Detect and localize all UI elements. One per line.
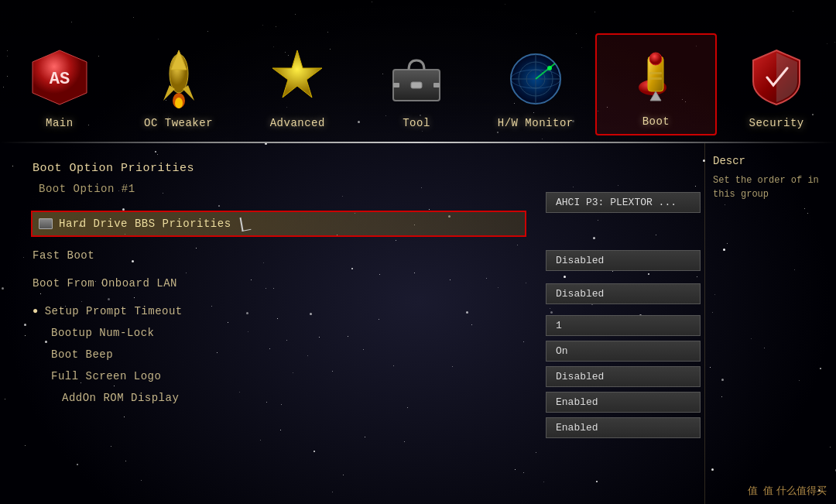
- menu-item-full-screen-logo[interactable]: Full Screen Logo: [31, 367, 526, 386]
- nav-item-boot[interactable]: Boot: [595, 33, 718, 135]
- value-bootup-num-lock: On: [546, 341, 701, 362]
- value-fast-boot: Disabled: [546, 250, 701, 271]
- watermark-text: 值 什么值得买: [763, 485, 827, 496]
- nav-label-boot: Boot: [642, 115, 670, 128]
- menu-item-fast-boot[interactable]: Fast Boot: [31, 246, 526, 265]
- value-box-boot-beep: Disabled: [546, 366, 701, 387]
- advanced-icon: [262, 43, 332, 112]
- nav-label-hw-monitor: H/W Monitor: [498, 117, 574, 129]
- desc-title: Descr: [713, 155, 828, 167]
- nav-label-oc-tweaker: OC Tweaker: [144, 117, 213, 129]
- menu-item-boot-from-lan[interactable]: Boot From Onboard LAN: [31, 274, 526, 293]
- nav-item-main[interactable]: AS Main: [0, 36, 119, 135]
- values-column: AHCI P3: PLEXTOR ... Disabled Disabled 1: [542, 143, 704, 504]
- value-box-boot-option-1: AHCI P3: PLEXTOR ...: [546, 192, 701, 213]
- value-boot-beep: Disabled: [546, 366, 701, 387]
- svg-rect-26: [649, 77, 662, 80]
- value-setup-prompt-timeout: 1: [546, 315, 701, 336]
- svg-rect-25: [649, 72, 662, 74]
- svg-point-23: [649, 53, 662, 65]
- nav-item-oc-tweaker[interactable]: OC Tweaker: [119, 36, 238, 135]
- watermark-icon: 值: [748, 485, 758, 496]
- value-addon-rom-display: Enabled: [546, 417, 701, 438]
- menu-item-hard-drive-bbs[interactable]: Hard Drive BBS Priorities: [31, 211, 526, 237]
- svg-marker-8: [272, 50, 322, 98]
- content-area: Boot Option Priorities Boot Option #1 Ha…: [0, 143, 836, 504]
- svg-point-7: [175, 98, 183, 108]
- value-box-setup-prompt-timeout: 1: [546, 315, 701, 336]
- nav-item-hw-monitor[interactable]: H/W Monitor: [476, 36, 595, 135]
- svg-rect-10: [411, 82, 422, 88]
- hdd-icon: [39, 218, 53, 229]
- menu-item-boot-option-priorities: Boot Option Priorities: [31, 159, 526, 178]
- desc-text: Set the order of in this group: [713, 173, 828, 201]
- main-icon: AS: [25, 43, 94, 112]
- bullet-icon: ●: [33, 306, 39, 317]
- value-boot-from-lan: Disabled: [546, 283, 701, 304]
- svg-text:AS: AS: [50, 70, 70, 89]
- nav-label-advanced: Advanced: [270, 117, 325, 129]
- menu-item-setup-prompt-timeout[interactable]: ● Setup Prompt Timeout: [31, 302, 526, 321]
- nav-label-tool: Tool: [403, 117, 430, 129]
- menu-item-boot-beep[interactable]: Boot Beep: [31, 345, 526, 364]
- svg-point-19: [547, 66, 552, 70]
- hw-monitor-icon: [501, 43, 570, 112]
- nav-item-tool[interactable]: Tool: [357, 36, 476, 135]
- value-full-screen-logo: Enabled: [546, 392, 701, 413]
- nav-item-advanced[interactable]: Advanced: [238, 36, 357, 135]
- svg-rect-12: [433, 83, 440, 87]
- oc-tweaker-icon: [144, 43, 214, 112]
- boot-icon: [621, 41, 690, 111]
- menu-item-boot-option-1[interactable]: Boot Option #1: [31, 180, 526, 198]
- nav-item-security[interactable]: Security: [717, 36, 836, 135]
- watermark: 值 值 什么值得买: [748, 484, 827, 498]
- left-panel: Boot Option Priorities Boot Option #1 Ha…: [0, 143, 542, 504]
- svg-rect-11: [393, 83, 399, 87]
- value-boot-option-1: AHCI P3: PLEXTOR ...: [546, 192, 701, 213]
- value-box-boot-from-lan: Disabled: [546, 283, 701, 304]
- nav-bar: AS Main: [0, 0, 836, 143]
- value-box-full-screen-logo: Enabled: [546, 392, 701, 413]
- nav-label-security: Security: [749, 117, 804, 129]
- security-icon: [742, 43, 811, 112]
- tool-icon: [382, 43, 451, 112]
- value-box-fast-boot: Disabled: [546, 250, 701, 271]
- menu-item-addon-rom-display[interactable]: AddOn ROM Display: [31, 389, 526, 407]
- value-box-addon-rom-display: Enabled: [546, 417, 701, 438]
- nav-label-main: Main: [46, 117, 74, 129]
- cursor-pointer: [239, 216, 251, 231]
- value-box-bootup-num-lock: On: [546, 341, 701, 362]
- menu-item-bootup-num-lock[interactable]: Bootup Num-Lock: [31, 324, 526, 342]
- desc-panel: Descr Set the order of in this group: [704, 143, 836, 504]
